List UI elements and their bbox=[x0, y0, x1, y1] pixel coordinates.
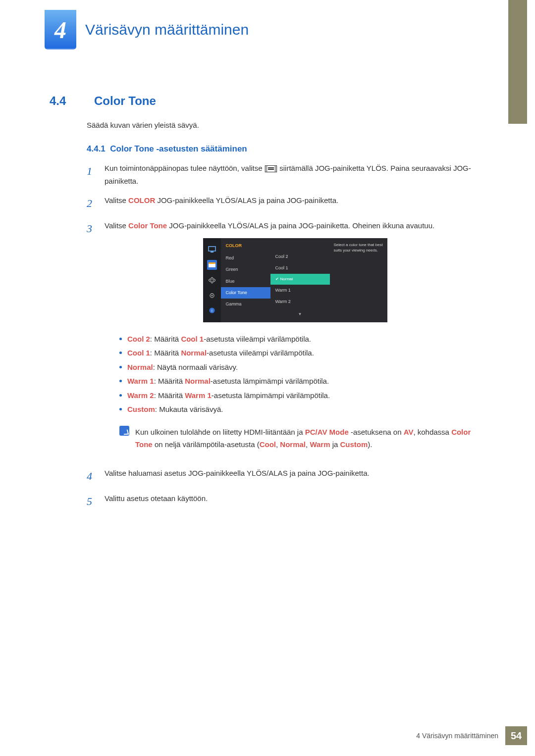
osd-menu-column: COLOR Red Green Blue Color Tone Gamma bbox=[221, 238, 270, 322]
highlight: Normal bbox=[185, 377, 211, 385]
osd-menu-item: Blue bbox=[221, 276, 270, 287]
chapter-number-badge: 4 bbox=[45, 10, 76, 50]
osd-menu-item: Gamma bbox=[221, 299, 270, 310]
osd-screenshot: i COLOR Red Green Blue Color Tone Gamma bbox=[203, 238, 387, 322]
osd-size-tab-icon bbox=[207, 275, 217, 285]
highlight: Normal bbox=[280, 440, 306, 449]
text: Normal bbox=[280, 277, 293, 281]
osd-settings-tab-icon bbox=[207, 291, 217, 301]
section-title: Color Tone bbox=[94, 94, 156, 108]
osd-menu-item: Red bbox=[221, 252, 270, 264]
vertical-accent-bar bbox=[508, 0, 527, 124]
highlight: Cool bbox=[260, 440, 276, 449]
page-number: 54 bbox=[505, 726, 527, 745]
step-3: 3 Valitse Color Tone JOG-painikkeella YL… bbox=[87, 219, 485, 460]
chapter-header: 4 Värisävyn määrittäminen bbox=[0, 0, 535, 50]
text: Valitse bbox=[105, 196, 128, 204]
svg-text:i: i bbox=[212, 308, 213, 313]
highlight: Normal bbox=[127, 363, 153, 371]
highlight: Warm bbox=[310, 440, 330, 449]
osd-option: Warm 2 bbox=[270, 296, 330, 307]
osd-option: Cool 1 bbox=[270, 262, 330, 274]
highlight: PC/AV Mode bbox=[305, 428, 349, 436]
highlight: COLOR bbox=[128, 196, 155, 204]
text: -asetusta viileämpi värilämpötila. bbox=[204, 335, 311, 343]
svg-rect-3 bbox=[209, 262, 215, 264]
note-block: Kun ulkoinen tulolähde on liitetty HDMI-… bbox=[119, 426, 485, 451]
osd-menu-header: COLOR bbox=[221, 242, 270, 252]
section-number: 4.4 bbox=[50, 94, 79, 108]
bullet-item: Warm 1: Määritä Normal-asetusta lämpimäm… bbox=[119, 374, 485, 389]
step-body: Valitse COLOR JOG-painikkeella YLÖS/ALAS… bbox=[105, 194, 485, 212]
subsection-number: 4.4.1 bbox=[87, 144, 106, 153]
svg-point-6 bbox=[211, 295, 213, 296]
page-footer: 4 Värisävyn määrittäminen 54 bbox=[416, 726, 527, 745]
footer-text: 4 Värisävyn määrittäminen bbox=[416, 732, 505, 740]
osd-info-tab-icon: i bbox=[207, 305, 217, 315]
text: -asetusta lämpimämpi värilämpötila. bbox=[211, 377, 329, 385]
step-4: 4 Valitse haluamasi asetus JOG-painikkee… bbox=[87, 467, 485, 485]
step-body: Valitse haluamasi asetus JOG-painikkeell… bbox=[105, 467, 485, 485]
svg-rect-4 bbox=[211, 279, 214, 281]
text: JOG-painikkeella YLÖS/ALAS ja paina JOG-… bbox=[167, 221, 434, 230]
osd-sidebar: i bbox=[203, 238, 221, 322]
bullet-item: Cool 2: Määritä Cool 1-asetusta viileämp… bbox=[119, 332, 485, 347]
osd-option-selected: ✔Normal bbox=[270, 274, 330, 285]
subsection-heading: 4.4.1 Color Tone -asetusten säätäminen bbox=[87, 144, 485, 154]
osd-color-tab-icon bbox=[207, 260, 217, 270]
step-number: 4 bbox=[87, 467, 98, 485]
text: : Näytä normaali värisävy. bbox=[153, 363, 238, 371]
text: -asetusta lämpimämpi värilämpötila. bbox=[212, 391, 330, 400]
check-icon: ✔ bbox=[275, 277, 279, 281]
step-body: Kun toimintonäppäinopas tulee näyttöön, … bbox=[105, 162, 485, 187]
bullet-item: Warm 2: Määritä Warm 1-asetusta lämpimäm… bbox=[119, 389, 485, 403]
step-2: 2 Valitse COLOR JOG-painikkeella YLÖS/AL… bbox=[87, 194, 485, 212]
step-body: Valitse Color Tone JOG-painikkeella YLÖS… bbox=[105, 219, 485, 460]
step-5: 5 Valittu asetus otetaan käyttöön. bbox=[87, 492, 485, 510]
step-number: 2 bbox=[87, 194, 98, 212]
highlight: Warm 1 bbox=[185, 391, 212, 400]
text: Kun ulkoinen tulolähde on liitetty HDMI-… bbox=[135, 428, 305, 436]
section-heading: 4.4 Color Tone bbox=[50, 94, 485, 108]
highlight: Cool 1 bbox=[181, 335, 204, 343]
osd-menu-item-selected: Color Tone bbox=[221, 287, 270, 299]
text: -asetuksena on bbox=[349, 428, 404, 436]
text: : Mukauta värisävyä. bbox=[155, 405, 223, 413]
bullet-item: Normal: Näytä normaali värisävy. bbox=[119, 360, 485, 375]
text: Valitse bbox=[105, 221, 128, 230]
highlight: Cool 1 bbox=[127, 349, 150, 357]
chevron-down-icon: ▼ bbox=[270, 311, 330, 318]
text: , kohdassa bbox=[413, 428, 451, 436]
text: ). bbox=[368, 440, 372, 449]
text: ja bbox=[330, 440, 340, 449]
osd-option: Warm 1 bbox=[270, 285, 330, 296]
text: : Määritä bbox=[150, 349, 181, 357]
svg-rect-1 bbox=[211, 252, 214, 252]
text: : Määritä bbox=[150, 335, 181, 343]
highlight: Custom bbox=[340, 440, 368, 449]
highlight: Normal bbox=[181, 349, 207, 357]
step-body: Valittu asetus otetaan käyttöön. bbox=[105, 492, 485, 510]
osd-description: Select a color tone that best suits your… bbox=[330, 238, 387, 322]
note-icon bbox=[119, 426, 129, 436]
bullet-item: Custom: Mukauta värisävyä. bbox=[119, 403, 485, 417]
text: : Määritä bbox=[154, 391, 185, 400]
menu-icon bbox=[267, 165, 275, 172]
step-number: 1 bbox=[87, 162, 98, 187]
highlight: Warm 1 bbox=[127, 377, 154, 385]
section-intro: Säädä kuvan värien yleistä sävyä. bbox=[87, 121, 485, 129]
highlight: Warm 2 bbox=[127, 391, 154, 400]
text: JOG-painikkeella YLÖS/ALAS ja paina JOG-… bbox=[155, 196, 338, 204]
osd-options-column: Cool 2 Cool 1 ✔Normal Warm 1 Warm 2 ▼ bbox=[270, 238, 330, 322]
highlight: Cool 2 bbox=[127, 335, 150, 343]
note-text: Kun ulkoinen tulolähde on liitetty HDMI-… bbox=[135, 426, 485, 451]
step-number: 5 bbox=[87, 492, 98, 510]
text: Kun toimintonäppäinopas tulee näyttöön, … bbox=[105, 164, 267, 172]
osd-menu-item: Green bbox=[221, 264, 270, 275]
subsection-title: Color Tone -asetusten säätäminen bbox=[110, 144, 247, 153]
chapter-title: Värisävyn määrittäminen bbox=[85, 21, 249, 38]
text: : Määritä bbox=[154, 377, 185, 385]
bullet-item: Cool 1: Määritä Normal-asetusta viileämp… bbox=[119, 346, 485, 360]
highlight: Custom bbox=[127, 405, 155, 413]
text: on neljä värilämpötila-asetusta ( bbox=[153, 440, 260, 449]
